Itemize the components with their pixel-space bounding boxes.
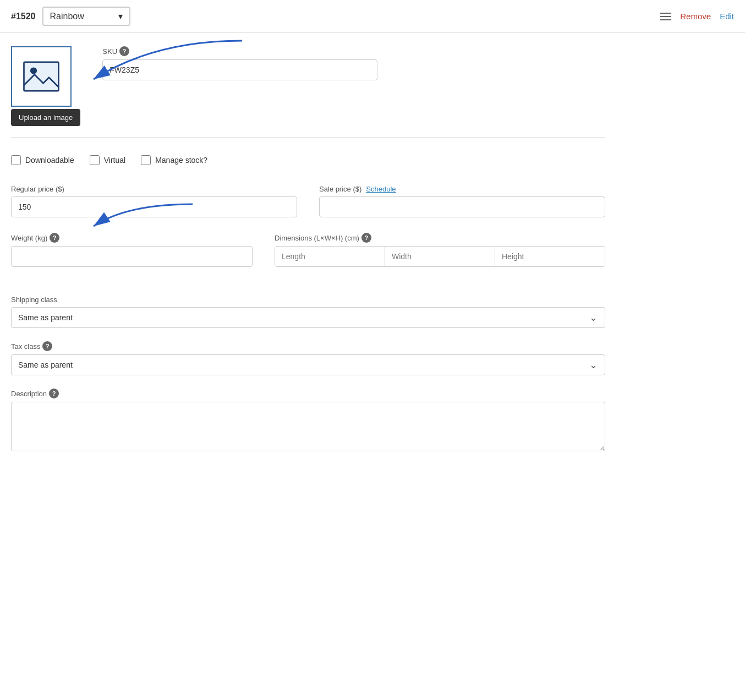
length-input[interactable] xyxy=(275,247,385,266)
dimensions-label-text: Dimensions (L×W×H) (cm) xyxy=(275,234,359,242)
description-help-icon[interactable]: ? xyxy=(49,389,59,398)
regular-price-input[interactable] xyxy=(11,196,297,217)
tax-class-select[interactable]: Same as parent Standard Reduced rate Zer… xyxy=(11,354,605,375)
downloadable-checkbox[interactable] xyxy=(11,155,21,165)
dimensions-field: Dimensions (L×W×H) (cm) ? xyxy=(275,233,605,267)
separator-1 xyxy=(11,137,605,138)
tax-class-group: Tax class ? Same as parent Standard Redu… xyxy=(11,341,605,375)
weight-input[interactable] xyxy=(11,246,253,267)
image-placeholder-icon xyxy=(22,57,61,96)
sale-price-label: Sale price ($) Schedule xyxy=(319,185,605,193)
sale-price-field: Sale price ($) Schedule xyxy=(319,185,605,217)
header: #1520 Rainbow ▾ Remove Edit xyxy=(0,0,745,33)
manage-stock-checkbox-item[interactable]: Manage stock? xyxy=(141,155,207,165)
tax-class-label-text: Tax class xyxy=(11,342,40,351)
weight-label: Weight (kg) ? xyxy=(11,233,253,243)
shipping-class-label: Shipping class xyxy=(11,296,605,304)
downloadable-checkbox-item[interactable]: Downloadable xyxy=(11,155,74,165)
description-label: Description ? xyxy=(11,389,605,398)
product-id: #1520 xyxy=(11,12,36,21)
virtual-checkbox[interactable] xyxy=(90,155,100,165)
image-upload-box[interactable] xyxy=(11,46,72,107)
edit-button[interactable]: Edit xyxy=(720,12,734,21)
dimensions-label: Dimensions (L×W×H) (cm) ? xyxy=(275,233,605,243)
dimensions-section: Weight (kg) ? Dimensions (L×W×H) (cm) ? xyxy=(11,233,605,280)
product-name: Rainbow xyxy=(50,12,84,21)
description-textarea[interactable] xyxy=(11,402,605,451)
sku-help-icon[interactable]: ? xyxy=(119,46,129,56)
header-left: #1520 Rainbow ▾ xyxy=(11,7,130,26)
shipping-class-group: Shipping class Same as parent No shippin… xyxy=(11,296,605,328)
image-upload-container: Upload an image xyxy=(11,46,80,126)
regular-price-field: Regular price ($) xyxy=(11,185,297,217)
manage-stock-label: Manage stock? xyxy=(155,156,207,165)
sale-price-input[interactable] xyxy=(319,196,605,217)
dropdown-chevron-icon: ▾ xyxy=(118,11,123,21)
dimensions-inputs xyxy=(275,246,605,267)
sku-label-text: SKU xyxy=(102,47,117,56)
main-content: Upload an image SKU ? Downloadable Virtu… xyxy=(0,33,616,479)
svg-rect-1 xyxy=(24,62,59,91)
downloadable-label: Downloadable xyxy=(25,156,74,165)
virtual-label: Virtual xyxy=(104,156,125,165)
tax-class-label: Tax class ? xyxy=(11,341,605,351)
schedule-link[interactable]: Schedule xyxy=(366,185,396,193)
weight-field: Weight (kg) ? xyxy=(11,233,253,267)
description-label-text: Description xyxy=(11,390,47,398)
regular-price-label: Regular price ($) xyxy=(11,185,297,193)
sale-price-label-text: Sale price ($) xyxy=(319,185,361,193)
manage-stock-checkbox[interactable] xyxy=(141,155,151,165)
product-dropdown[interactable]: Rainbow ▾ xyxy=(42,7,130,26)
virtual-checkbox-item[interactable]: Virtual xyxy=(90,155,125,165)
width-input[interactable] xyxy=(385,247,495,266)
sku-input[interactable] xyxy=(102,59,377,80)
header-right: Remove Edit xyxy=(660,12,734,21)
menu-icon[interactable] xyxy=(660,13,671,20)
description-group: Description ? xyxy=(11,389,605,453)
dimensions-help-icon[interactable]: ? xyxy=(361,233,371,243)
svg-point-2 xyxy=(30,67,37,74)
top-section: Upload an image SKU ? xyxy=(11,46,605,126)
weight-help-icon[interactable]: ? xyxy=(50,233,59,243)
upload-tooltip[interactable]: Upload an image xyxy=(11,109,80,126)
price-section: Regular price ($) Sale price ($) Schedul… xyxy=(11,185,605,217)
remove-button[interactable]: Remove xyxy=(680,12,711,21)
sku-label: SKU ? xyxy=(102,46,377,56)
shipping-class-select[interactable]: Same as parent No shipping class xyxy=(11,307,605,328)
tax-class-help-icon[interactable]: ? xyxy=(42,341,52,351)
shipping-class-select-wrapper: Same as parent No shipping class xyxy=(11,307,605,328)
sku-container: SKU ? xyxy=(102,46,377,80)
weight-label-text: Weight (kg) xyxy=(11,234,47,242)
tax-class-select-wrapper: Same as parent Standard Reduced rate Zer… xyxy=(11,354,605,375)
checkboxes-row: Downloadable Virtual Manage stock? xyxy=(11,149,605,172)
height-input[interactable] xyxy=(495,247,605,266)
